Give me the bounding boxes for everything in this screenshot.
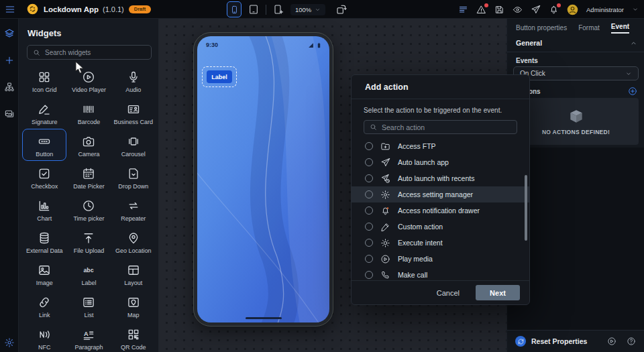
- widget-item-drop-down[interactable]: Drop Down: [111, 161, 156, 193]
- phone-status-icons: [308, 42, 322, 48]
- warning-icon[interactable]: [476, 5, 486, 15]
- tab-format[interactable]: Format: [578, 24, 600, 34]
- tab-event[interactable]: Event: [611, 23, 629, 34]
- sitemap-icon[interactable]: [4, 82, 15, 93]
- widget-item-business-card[interactable]: Business Card: [111, 97, 156, 129]
- user-name[interactable]: Administrator: [586, 6, 624, 13]
- phone-preview-button[interactable]: [227, 1, 241, 17]
- tab-button-properties[interactable]: Button properties: [516, 24, 567, 34]
- radio-icon[interactable]: [365, 190, 373, 198]
- image-icon: [38, 263, 51, 277]
- action-label: Access setting manager: [398, 190, 473, 198]
- widget-item-list[interactable]: List: [66, 290, 111, 322]
- radio-icon[interactable]: [365, 255, 373, 263]
- widgets-search-input[interactable]: Search widgets: [27, 45, 152, 60]
- radio-icon[interactable]: [365, 174, 373, 182]
- hamburger-icon[interactable]: [5, 4, 15, 15]
- widget-item-date-picker[interactable]: Date Picker: [66, 161, 111, 193]
- help-icon[interactable]: [627, 337, 636, 346]
- widget-item-repeater[interactable]: Repeater: [111, 193, 156, 225]
- radio-icon[interactable]: [365, 158, 373, 166]
- phone-screen[interactable]: 9:30 Label: [197, 36, 329, 322]
- widget-item-icon-grid[interactable]: Icon Grid: [22, 64, 66, 97]
- widget-item-camera[interactable]: Camera: [66, 129, 111, 161]
- radio-icon[interactable]: [365, 142, 373, 150]
- rotate-device-icon[interactable]: [336, 4, 347, 15]
- widget-selection-outline[interactable]: Label: [202, 66, 237, 87]
- widget-label: NFC: [38, 344, 51, 351]
- action-label: Auto launch app: [398, 158, 449, 166]
- search-icon: [33, 49, 40, 56]
- media-icon[interactable]: [4, 109, 15, 119]
- toolbar-divider: [266, 5, 266, 15]
- action-search-input[interactable]: Search action: [364, 120, 517, 134]
- widget-item-label[interactable]: abcLabel: [66, 257, 111, 290]
- action-item-play-media[interactable]: Play media: [352, 251, 529, 267]
- layers-icon[interactable]: [4, 28, 15, 39]
- canvas-button-widget[interactable]: Label: [207, 70, 232, 83]
- action-item-make-call[interactable]: Make call: [352, 267, 529, 280]
- action-item-auto-launch-app[interactable]: Auto launch app: [352, 154, 529, 170]
- action-item-access-setting-manager[interactable]: Access setting manager: [352, 186, 529, 202]
- widget-item-checkbox[interactable]: Checkbox: [22, 161, 66, 193]
- widget-item-button[interactable]: Button: [22, 129, 66, 161]
- widget-item-chart[interactable]: Chart: [22, 193, 66, 225]
- widget-item-link[interactable]: Link: [22, 290, 66, 322]
- audio-icon: [127, 70, 140, 84]
- add-action-button[interactable]: [628, 86, 637, 96]
- event-type-dropdown[interactable]: On Click: [513, 66, 639, 80]
- widget-item-layout[interactable]: Layout: [111, 257, 156, 290]
- cancel-button[interactable]: Cancel: [437, 289, 460, 297]
- modal-scrollbar[interactable]: [525, 175, 527, 241]
- general-section-header[interactable]: General: [516, 39, 637, 47]
- widget-item-video-player[interactable]: Video Player: [66, 64, 111, 97]
- tablet-preview-icon[interactable]: [248, 4, 259, 15]
- widget-item-image[interactable]: Image: [22, 257, 66, 290]
- events-label: Events: [516, 57, 538, 64]
- phone-mockup: 9:30 Label: [193, 32, 333, 327]
- radio-icon[interactable]: [365, 223, 373, 231]
- widget-item-nfc[interactable]: NFC: [22, 322, 66, 352]
- next-button[interactable]: Next: [476, 285, 520, 300]
- widget-item-audio[interactable]: Audio: [111, 64, 156, 97]
- carousel-icon: [127, 135, 140, 148]
- widget-item-map[interactable]: Map: [111, 290, 156, 322]
- list-icon: [82, 296, 95, 309]
- widget-item-carousel[interactable]: Carousel: [111, 129, 156, 161]
- properties-tabs: Button properties Format Event: [516, 21, 639, 34]
- widget-label: List: [84, 312, 93, 318]
- menu-lines-icon[interactable]: [458, 5, 468, 15]
- chevron-down-icon[interactable]: [632, 6, 639, 13]
- action-item-access-notification-drawer[interactable]: Access notification drawer: [352, 202, 529, 219]
- reset-properties-button[interactable]: [515, 336, 526, 347]
- action-item-custom-action[interactable]: Custom action: [352, 219, 529, 235]
- widget-item-file-upload[interactable]: File Upload: [66, 225, 111, 257]
- save-icon[interactable]: [494, 5, 504, 15]
- radio-icon[interactable]: [365, 207, 373, 215]
- avatar[interactable]: [567, 4, 578, 15]
- widget-label: Geo Location: [115, 247, 152, 254]
- widget-item-geo-location[interactable]: Geo Location: [111, 225, 156, 257]
- publish-icon[interactable]: [531, 5, 541, 15]
- radio-icon[interactable]: [365, 239, 373, 247]
- widget-item-external-data[interactable]: External Data: [22, 225, 66, 257]
- action-item-auto-launch-with-recents[interactable]: Auto launch with recents: [352, 170, 529, 186]
- widget-item-barcode[interactable]: Barcode: [66, 97, 111, 129]
- widget-item-signature[interactable]: Signature: [22, 97, 66, 129]
- action-item-access-ftp[interactable]: Access FTP: [352, 138, 529, 154]
- widget-item-qr-code[interactable]: QR Code: [111, 322, 156, 352]
- preview-eye-icon[interactable]: [513, 5, 523, 15]
- widget-item-paragraph[interactable]: AParagraph: [66, 322, 111, 352]
- modal-title: Add action: [352, 75, 529, 99]
- add-page-icon[interactable]: [273, 4, 284, 15]
- zoom-dropdown[interactable]: 100%: [290, 4, 325, 15]
- widget-item-time-picker[interactable]: Time picker: [66, 193, 111, 225]
- settings-gear-icon[interactable]: [4, 337, 15, 348]
- play-demo-icon[interactable]: [607, 337, 616, 346]
- radio-icon[interactable]: [365, 271, 373, 279]
- phone-preview-icon: [230, 5, 239, 14]
- add-icon[interactable]: [4, 55, 15, 66]
- action-item-execute-intent[interactable]: Execute intent: [352, 235, 529, 251]
- bell-icon[interactable]: [549, 5, 559, 15]
- gear-icon: [380, 190, 390, 200]
